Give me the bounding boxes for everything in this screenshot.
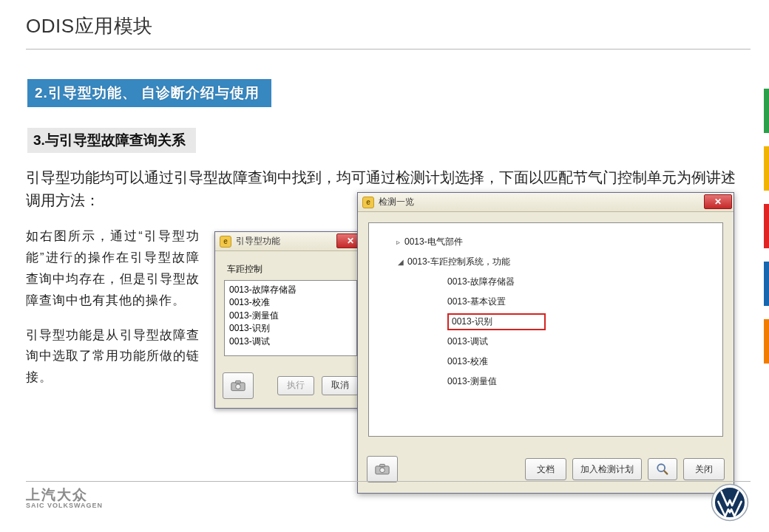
tree-row[interactable]: 0013-基本设置 — [437, 292, 717, 312]
close-icon[interactable]: ✕ — [704, 194, 732, 209]
tree-row[interactable]: 0013-识别 — [437, 312, 717, 332]
function-listbox[interactable]: 0013-故障存储器 0013-校准 0013-测量值 0013-识别 0013… — [224, 280, 357, 356]
divider-top — [26, 49, 751, 50]
footer: 上汽大众 SAIC VOLKSWAGEN — [26, 488, 743, 519]
dialog-title: 引导型功能 — [236, 235, 280, 248]
tree-label: 0013-调试 — [447, 335, 488, 348]
tree-row[interactable]: 0013-校准 — [437, 352, 717, 372]
close-button[interactable]: 关闭 — [683, 458, 725, 480]
execute-button[interactable]: 执行 — [277, 376, 314, 395]
camera-icon — [231, 380, 245, 392]
brand-name-cn: 上汽大众 — [26, 488, 743, 502]
section-heading: 2.引导型功能、 自诊断介绍与使用 — [27, 79, 271, 107]
tree-label: 0013-故障存储器 — [447, 276, 515, 288]
dialog-titlebar[interactable]: e 检测一览 ✕ — [358, 193, 734, 212]
page-title: ODIS应用模块 — [26, 13, 743, 39]
list-item[interactable]: 0013-测量值 — [229, 310, 352, 322]
dialog-title: 检测一览 — [379, 196, 414, 208]
search-icon — [656, 463, 669, 476]
test-plan-dialog: e 检测一览 ✕ ▹0013-电气部件◢0013-车距控制系统，功能0013-故… — [357, 192, 734, 494]
dialog-titlebar[interactable]: e 引导型功能 ✕ — [215, 232, 366, 251]
tree-row[interactable]: 0013-测量值 — [437, 372, 717, 392]
svg-point-5 — [380, 468, 385, 473]
document-button[interactable]: 文档 — [525, 458, 566, 480]
subsection-heading: 3.与引导型故障查询关系 — [27, 128, 196, 153]
app-icon: e — [362, 197, 374, 208]
group-label: 车距控制 — [227, 263, 357, 276]
side-tab — [764, 146, 769, 191]
side-tab — [764, 89, 769, 133]
camera-icon — [375, 463, 390, 475]
list-item[interactable]: 0013-识别 — [229, 322, 352, 335]
svg-rect-1 — [236, 381, 241, 383]
expander-icon[interactable]: ◢ — [397, 258, 404, 266]
svg-line-7 — [664, 471, 667, 474]
camera-button[interactable] — [223, 372, 254, 399]
list-item[interactable]: 0013-校准 — [229, 296, 352, 309]
tree-row[interactable]: 0013-故障存储器 — [437, 272, 717, 292]
svg-rect-4 — [380, 464, 385, 466]
tree-label: 0013-识别 — [447, 313, 546, 330]
app-icon: e — [220, 236, 231, 248]
svg-point-2 — [236, 384, 241, 389]
search-button[interactable] — [648, 458, 677, 480]
expander-icon[interactable]: ▹ — [394, 238, 402, 246]
list-item[interactable]: 0013-故障存储器 — [229, 284, 352, 296]
camera-button[interactable] — [367, 456, 398, 482]
tree-label: 0013-测量值 — [447, 375, 497, 388]
side-tab — [764, 319, 769, 364]
vw-logo — [711, 483, 749, 522]
brand-name-en: SAIC VOLKSWAGEN — [26, 502, 743, 509]
list-item[interactable]: 0013-调试 — [229, 335, 352, 348]
side-tab — [764, 262, 769, 306]
tree-label: 0013-电气部件 — [404, 236, 463, 248]
tree-row[interactable]: 0013-调试 — [437, 332, 717, 352]
tree-label: 0013-基本设置 — [447, 296, 506, 308]
cancel-button[interactable]: 取消 — [322, 376, 359, 395]
tree-row[interactable]: ▹0013-电气部件 — [394, 232, 717, 252]
test-plan-tree[interactable]: ▹0013-电气部件◢0013-车距控制系统，功能0013-故障存储器0013-… — [368, 222, 723, 437]
tree-row[interactable]: ◢0013-车距控制系统，功能 — [397, 252, 717, 272]
tree-label: 0013-车距控制系统，功能 — [407, 256, 510, 268]
paragraph: 如右图所示，通过“引导型功能”进行的操作在引导型故障查询中均存在，但是引导型故障… — [26, 225, 200, 311]
add-to-plan-button[interactable]: 加入检测计划 — [572, 458, 642, 480]
guided-functions-dialog: e 引导型功能 ✕ 车距控制 0013-故障存储器 0013-校准 0013-测… — [214, 231, 367, 409]
paragraph: 引导型功能是从引导型故障查询中选取了常用功能所做的链接。 — [26, 324, 200, 389]
tree-label: 0013-校准 — [447, 355, 488, 368]
divider-bottom — [26, 481, 751, 482]
side-color-tabs — [764, 89, 769, 377]
side-tab — [764, 204, 769, 248]
left-column: 如右图所示，通过“引导型功能”进行的操作在引导型故障查询中均存在，但是引导型故障… — [26, 225, 200, 401]
